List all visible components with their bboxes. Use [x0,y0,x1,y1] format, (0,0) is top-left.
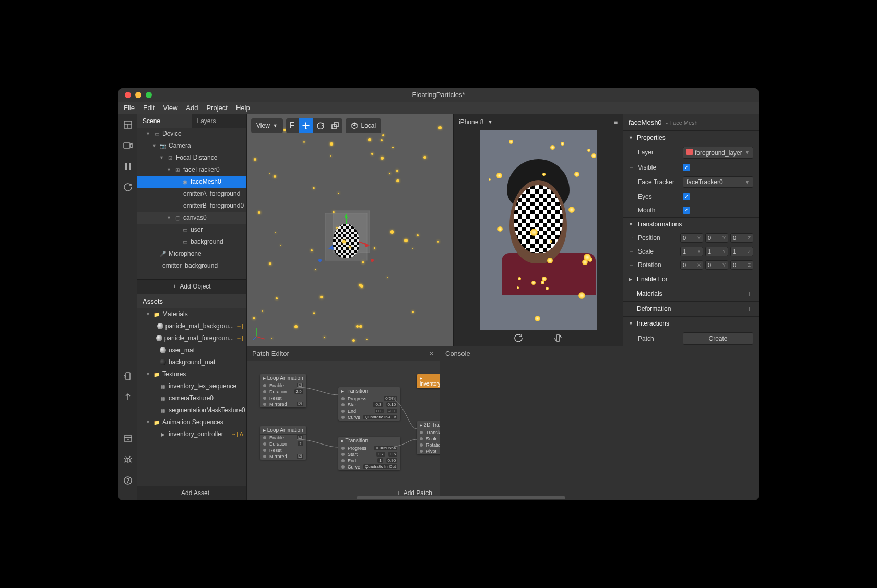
position-y[interactable]: 0Y [705,233,728,243]
rotation-y[interactable]: 0Y [705,260,728,270]
rotate-tool[interactable] [313,118,328,133]
scale-tool[interactable] [328,118,342,133]
view-dropdown[interactable]: View ▼ [251,118,283,133]
tree-item-canvas0[interactable]: ▼▢canvas0 [137,212,246,224]
section-enable-for[interactable]: ▶Enable For [623,272,759,286]
patch-node[interactable]: ▸ 2D Transform PackTranslation-0.290.19S… [417,421,440,454]
svg-rect-4 [125,163,127,170]
tree-item-embg[interactable]: ∴emitter_background [137,260,246,272]
add-object-button[interactable]: + Add Object [137,279,246,294]
traffic-lights [118,92,152,98]
rail-archive-icon[interactable] [123,434,133,444]
rail-camera-icon[interactable] [123,140,133,151]
scale-y[interactable]: 1Y [705,247,728,256]
tree-item-anim[interactable]: ▼📁Animation Sequences [137,416,246,428]
svg-point-25 [371,259,374,262]
rail-bug-icon[interactable] [123,454,133,465]
close-icon[interactable]: ✕ [429,350,434,357]
tree-item-m2[interactable]: particle_mat_foregroun...→| [137,332,246,344]
preview-menu-icon[interactable]: ≡ [614,118,618,126]
rail-layout-icon[interactable] [123,119,133,130]
add-material-icon[interactable]: + [747,290,753,298]
rail-pause-icon[interactable] [123,161,133,172]
rail-upload-icon[interactable] [123,392,133,402]
position-x[interactable]: 0X [680,233,703,243]
tree-item-focal[interactable]: ▼⊡Focal Distance [137,152,246,164]
rail-export-icon[interactable] [123,371,133,381]
preview-rotate-icon[interactable] [554,334,562,342]
scale-x[interactable]: 1X [680,247,703,256]
layer-dropdown[interactable]: foreground_layer▼ [683,147,753,159]
patch-canvas[interactable]: ▸ Loop AnimationEnable☑Duration2.5ResetM… [247,361,440,486]
space-toggle[interactable]: Local [346,118,382,133]
scene-tree[interactable]: ▼▭Device▼📷Camera▼⊡Focal Distance▼⊞faceTr… [137,128,246,279]
add-deformation-icon[interactable]: + [747,305,753,313]
patch-node[interactable]: ▸ inventory_controller [417,374,440,388]
select-tool[interactable]: F [286,118,299,133]
window-minimize-button[interactable] [135,92,141,98]
rotation-z[interactable]: 0Z [730,260,753,270]
section-transformations[interactable]: ▼Transformations [623,218,759,231]
tree-item-fm0[interactable]: ◉faceMesh0 [137,176,246,188]
menu-file[interactable]: File [124,104,135,112]
svg-rect-5 [129,163,131,170]
patch-node[interactable]: ▸ TransitionProgress0.274Start-0.30.15En… [338,387,400,421]
viewport-3d[interactable]: View ▼ F Local [247,114,453,346]
face-tracker-dropdown[interactable]: faceTracker0▼ [683,176,753,188]
tree-item-m4[interactable]: background_mat [137,356,246,368]
create-patch-button[interactable]: Create [683,332,753,345]
assets-tree[interactable]: ▼📁Materialsparticle_mat_backgrou...→|par… [137,308,246,486]
device-selector[interactable]: iPhone 8 ▼ [459,118,492,126]
tree-item-a1[interactable]: ▶inventory_controller→| A [137,428,246,440]
add-patch-button[interactable]: + Add Patch [397,489,432,497]
window-zoom-button[interactable] [146,92,152,98]
menu-help[interactable]: Help [236,104,250,112]
menu-project[interactable]: Project [206,104,227,112]
tree-item-ft0[interactable]: ▼⊞faceTracker0 [137,164,246,176]
tree-item-emB[interactable]: ∴emitterB_foreground0 [137,200,246,212]
scale-z[interactable]: 1Z [730,247,753,256]
section-deformation[interactable]: Deformation+ [623,302,759,316]
menu-add[interactable]: Add [186,104,198,112]
section-properties[interactable]: ▼Properties [623,131,759,145]
tree-item-device[interactable]: ▼▭Device [137,128,246,140]
rotation-x[interactable]: 0X [680,260,703,270]
rail-help-icon[interactable] [123,475,133,486]
add-asset-button[interactable]: + Add Asset [137,486,246,500]
mouth-checkbox[interactable]: ✓ [683,207,690,214]
patch-node[interactable]: ▸ Loop AnimationEnable☑Duration2.5ResetM… [260,374,306,407]
patch-editor: Patch Editor ✕ ▸ Loop AnimationEnable☑Du… [247,346,440,500]
tab-layers[interactable]: Layers [192,114,247,128]
patch-node[interactable]: ▸ Loop AnimationEnable☑Duration2ResetMir… [260,426,306,460]
rail-refresh-icon[interactable] [123,182,133,193]
move-tool[interactable] [299,118,313,133]
section-materials[interactable]: Materials+ [623,286,759,301]
tree-item-emA[interactable]: ∴emitterA_foreground [137,188,246,200]
preview-subject [502,159,575,269]
cube-icon [351,122,358,129]
patch-scrollbar[interactable] [357,496,565,499]
preview-restart-icon[interactable] [514,334,523,342]
tree-item-m1[interactable]: particle_mat_backgrou...→| [137,320,246,332]
tree-item-m3[interactable]: user_mat [137,344,246,356]
chevron-down-icon: ▼ [273,123,278,128]
chevron-down-icon: ▼ [745,150,750,155]
tree-item-t1[interactable]: ▦inventory_tex_sequence [137,380,246,392]
tab-scene[interactable]: Scene [137,114,192,128]
menu-edit[interactable]: Edit [143,104,155,112]
position-z[interactable]: 0Z [730,233,753,243]
window-close-button[interactable] [125,92,131,98]
visible-checkbox[interactable]: ✓ [683,164,690,171]
patch-node[interactable]: ▸ TransitionProgress0.0050654Start0.70.6… [338,437,400,470]
tree-item-mic[interactable]: 🎤Microphone [137,248,246,260]
tree-item-t3[interactable]: ▦segmentationMaskTexture0 [137,404,246,416]
tree-item-materials[interactable]: ▼📁Materials [137,308,246,320]
tree-item-user[interactable]: ▭user [137,224,246,236]
tree-item-textures[interactable]: ▼📁Textures [137,368,246,380]
eyes-checkbox[interactable]: ✓ [683,193,690,200]
menu-view[interactable]: View [163,104,177,112]
section-interactions[interactable]: ▼Interactions [623,317,759,330]
tree-item-t2[interactable]: ▦cameraTexture0 [137,392,246,404]
tree-item-bg[interactable]: ▭background [137,236,246,248]
tree-item-camera[interactable]: ▼📷Camera [137,140,246,152]
